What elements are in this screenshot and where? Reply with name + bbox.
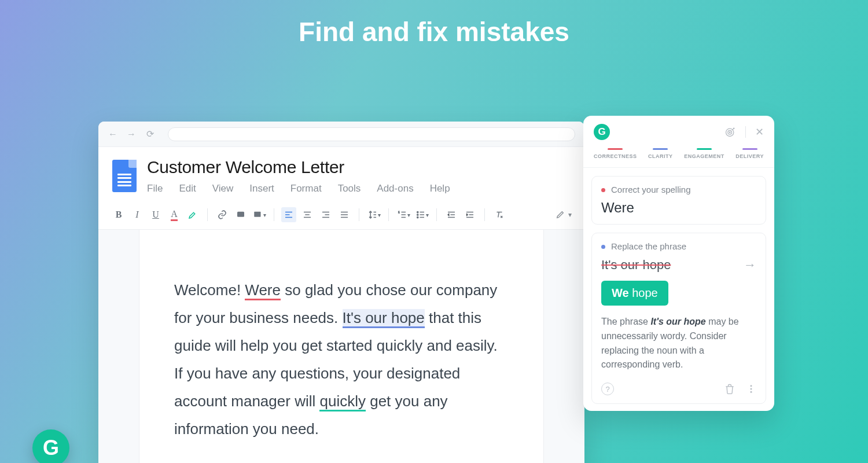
category-dot-icon <box>601 188 605 192</box>
toolbar: B I U A ▾ ▾ <box>98 200 584 230</box>
suggestion-card-replace[interactable]: Replace the phrase It's our hope → We ho… <box>591 233 766 404</box>
engagement-error-underline[interactable]: quickly <box>319 392 365 411</box>
browser-chrome: ← → ⟳ <box>98 122 584 147</box>
svg-text:1: 1 <box>398 211 399 214</box>
menu-help[interactable]: Help <box>430 183 450 194</box>
svg-rect-0 <box>237 212 244 217</box>
url-bar[interactable] <box>168 127 575 141</box>
suggestion-label: Correct your spelling <box>611 185 691 194</box>
tab-engagement[interactable]: ENGAGEMENT <box>684 148 724 159</box>
tab-clarity[interactable]: CLARITY <box>648 148 673 159</box>
category-tabs: CORRECTNESS CLARITY ENGAGEMENT DELIVERY <box>583 146 774 168</box>
bold-button[interactable]: B <box>111 207 126 222</box>
menu-edit[interactable]: Edit <box>179 183 196 194</box>
align-center-button[interactable] <box>300 207 315 222</box>
svg-point-9 <box>751 385 752 387</box>
numbered-list-button[interactable]: 1▾ <box>396 207 411 222</box>
close-icon[interactable]: ✕ <box>755 126 764 138</box>
svg-point-10 <box>751 388 752 390</box>
indent-increase-button[interactable] <box>462 207 477 222</box>
italic-button[interactable]: I <box>130 207 145 222</box>
google-docs-icon <box>112 160 137 192</box>
arrow-right-icon: → <box>744 258 756 273</box>
grammarly-logo-icon: G <box>594 124 610 140</box>
goals-icon[interactable] <box>724 126 736 138</box>
svg-rect-1 <box>254 212 260 217</box>
suggestion-explanation: The phrase It's our hope may be unnecess… <box>601 315 756 372</box>
doc-text: Welcome! <box>174 281 245 299</box>
spelling-error-underline[interactable]: Were <box>245 281 281 300</box>
suggestion-card-spelling[interactable]: Correct your spelling Were <box>591 176 766 225</box>
menu-insert[interactable]: Insert <box>249 183 274 194</box>
panel-header: G ✕ <box>583 116 774 146</box>
menu-file[interactable]: File <box>147 183 163 194</box>
suggestion-label: Replace the phrase <box>611 241 686 251</box>
grammarly-panel: G ✕ CORRECTNESS CLARITY ENGAGEMENT DELIV… <box>583 116 774 411</box>
doc-header: Customer Welcome Letter File Edit View I… <box>98 147 584 194</box>
original-phrase: It's our hope <box>601 258 671 273</box>
browser-window: ← → ⟳ Customer Welcome Letter File Edit … <box>98 122 584 463</box>
menu-tools[interactable]: Tools <box>338 183 361 194</box>
back-icon[interactable]: ← <box>108 129 118 139</box>
image-button[interactable]: ▾ <box>252 207 267 222</box>
svg-point-3 <box>417 211 418 212</box>
apply-suggestion-button[interactable]: We hope <box>601 281 668 306</box>
clarity-error-underline[interactable]: It's our hope <box>343 309 425 328</box>
editing-mode-button[interactable]: ▾ <box>556 210 572 219</box>
svg-point-4 <box>417 214 418 215</box>
menu-bar: File Edit View Insert Format Tools Add-o… <box>147 183 450 194</box>
highlight-button[interactable] <box>185 207 200 222</box>
reload-icon[interactable]: ⟳ <box>145 128 155 139</box>
tab-delivery[interactable]: DELIVERY <box>735 148 764 159</box>
menu-view[interactable]: View <box>212 183 234 194</box>
document-canvas: Welcome! Were so glad you chose our comp… <box>98 230 584 463</box>
align-justify-button[interactable] <box>337 207 352 222</box>
align-right-button[interactable] <box>318 207 333 222</box>
document-page[interactable]: Welcome! Were so glad you chose our comp… <box>139 230 544 463</box>
menu-format[interactable]: Format <box>290 183 322 194</box>
hero-title: Find and fix mistakes <box>0 0 868 47</box>
underline-button[interactable]: U <box>148 207 163 222</box>
forward-icon[interactable]: → <box>126 129 137 139</box>
menu-addons[interactable]: Add-ons <box>377 183 413 194</box>
category-dot-icon <box>601 245 605 249</box>
indent-decrease-button[interactable] <box>444 207 459 222</box>
help-icon[interactable]: ? <box>601 383 614 395</box>
grammarly-floating-icon[interactable]: G <box>32 429 69 463</box>
bulleted-list-button[interactable]: ▾ <box>414 207 429 222</box>
svg-point-8 <box>729 132 730 133</box>
document-title[interactable]: Customer Welcome Letter <box>147 157 450 177</box>
align-left-button[interactable] <box>281 207 296 222</box>
trash-icon[interactable] <box>724 383 735 395</box>
comment-button[interactable] <box>233 207 248 222</box>
line-spacing-button[interactable]: ▾ <box>366 207 381 222</box>
svg-point-5 <box>417 216 418 218</box>
text-color-button[interactable]: A <box>167 207 182 222</box>
link-button[interactable] <box>215 207 230 222</box>
tab-correctness[interactable]: CORRECTNESS <box>594 148 637 159</box>
svg-point-11 <box>751 391 752 393</box>
more-icon[interactable] <box>746 384 756 394</box>
clear-formatting-button[interactable] <box>492 207 507 222</box>
flagged-word: Were <box>601 200 756 216</box>
